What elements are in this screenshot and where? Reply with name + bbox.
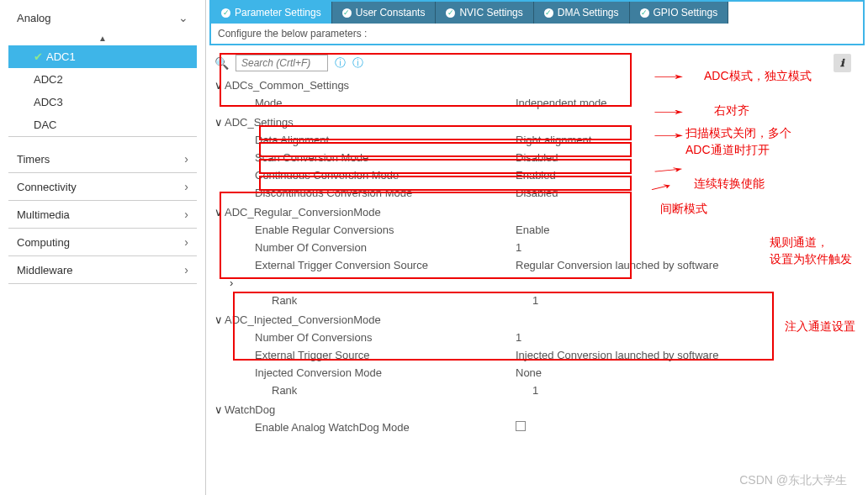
collapse-icon: ∨ <box>214 79 225 92</box>
chevron-right-icon: › <box>184 235 188 249</box>
collapse-arrow-icon[interactable]: ▲ <box>8 31 197 45</box>
config-hint: Configure the below parameters : <box>209 24 865 45</box>
nav-section-middleware[interactable]: Middleware› <box>8 256 197 283</box>
search-input[interactable] <box>236 55 328 71</box>
check-circle-icon: ✓ <box>342 8 352 18</box>
chevron-right-icon: › <box>184 208 188 221</box>
collapse-icon: ∨ <box>214 116 225 129</box>
check-icon: ✔ <box>34 50 43 63</box>
param-inj-ext-trigger[interactable]: External Trigger SourceInjected Conversi… <box>230 346 860 364</box>
check-circle-icon: ✓ <box>640 8 649 18</box>
checkbox-icon[interactable] <box>516 421 526 431</box>
tab-parameter-settings[interactable]: ✓Parameter Settings <box>211 2 332 24</box>
tree-common-settings[interactable]: ∨ADCs_Common_Settings <box>214 76 860 94</box>
param-inj-num-conv[interactable]: Number Of Conversions1 <box>230 329 860 346</box>
tree-regular-conv[interactable]: ∨ADC_Regular_ConversionMode <box>214 203 860 221</box>
parameter-tree: ∨ADCs_Common_Settings ModeIndependent mo… <box>214 76 860 436</box>
nav-section-multimedia[interactable]: Multimedia› <box>8 201 197 228</box>
param-scan-mode[interactable]: Scan Conversion ModeDisabled <box>230 149 860 166</box>
tab-dma-settings[interactable]: ✓DMA Settings <box>534 2 630 24</box>
tab-user-constants[interactable]: ✓User Constants <box>332 2 437 24</box>
tree-adc-settings[interactable]: ∨ADC_Settings <box>214 113 860 131</box>
param-enable-regular[interactable]: Enable Regular ConversionsEnable <box>230 221 860 239</box>
nav-label: Analog <box>17 12 50 24</box>
nav-section-computing[interactable]: Computing› <box>8 229 197 255</box>
tree-rank[interactable]: › <box>230 274 860 292</box>
check-circle-icon: ✓ <box>446 8 455 18</box>
nav-section-timers[interactable]: Timers› <box>8 145 197 172</box>
sidebar-item-dac[interactable]: DAC <box>8 113 197 136</box>
tab-gpio-settings[interactable]: ✓GPIO Settings <box>630 2 729 24</box>
check-circle-icon: ✓ <box>544 8 553 18</box>
param-inj-rank[interactable]: Rank1 <box>230 382 860 399</box>
param-continuous-mode[interactable]: Continuous Conversion ModeEnabled <box>230 166 860 184</box>
collapse-icon: ∨ <box>214 403 225 416</box>
param-rank[interactable]: Rank1 <box>230 292 860 309</box>
info-icon[interactable]: ℹ <box>834 54 851 72</box>
tab-bar: ✓Parameter Settings ✓User Constants ✓NVI… <box>209 0 865 24</box>
tree-watchdog[interactable]: ∨WatchDog <box>214 401 860 419</box>
chevron-down-icon: ⌄ <box>178 11 188 24</box>
sidebar-item-adc3[interactable]: ADC3 <box>8 91 197 113</box>
param-mode[interactable]: ModeIndependent mode <box>230 94 860 112</box>
tree-injected-conv[interactable]: ∨ADC_Injected_ConversionMode <box>214 311 860 329</box>
expand-icon: › <box>230 276 240 289</box>
chevron-right-icon: › <box>184 152 188 166</box>
prev-match-icon[interactable]: ⓘ <box>335 55 346 71</box>
collapse-icon: ∨ <box>214 313 225 326</box>
nav-section-connectivity[interactable]: Connectivity› <box>8 173 197 200</box>
chevron-right-icon: › <box>184 263 188 276</box>
nav-section-analog[interactable]: Analog ⌄ <box>8 4 197 31</box>
param-ext-trigger[interactable]: External Trigger Conversion SourceRegula… <box>230 256 860 274</box>
param-inj-mode[interactable]: Injected Conversion ModeNone <box>230 364 860 382</box>
sidebar-item-adc2[interactable]: ADC2 <box>8 68 197 91</box>
sidebar-item-adc1[interactable]: ✔ADC1 <box>8 45 197 68</box>
param-enable-watchdog[interactable]: Enable Analog WatchDog Mode <box>230 419 860 436</box>
watermark: CSDN @东北大学生 <box>739 473 847 488</box>
sidebar: Analog ⌄ ▲ ✔ADC1 ADC2 ADC3 DAC Timers› C… <box>0 0 206 495</box>
collapse-icon: ∨ <box>214 206 225 219</box>
param-discontinuous-mode[interactable]: Discontinuous Conversion ModeDisabled <box>230 184 860 202</box>
next-match-icon[interactable]: ⓘ <box>352 55 363 71</box>
search-icon[interactable]: 🔍 <box>214 56 229 70</box>
check-circle-icon: ✓ <box>221 8 230 18</box>
tab-nvic-settings[interactable]: ✓NVIC Settings <box>436 2 533 24</box>
param-num-conv[interactable]: Number Of Conversion1 <box>230 239 860 256</box>
chevron-right-icon: › <box>184 180 188 193</box>
param-data-alignment[interactable]: Data AlignmentRight alignment <box>230 131 860 149</box>
